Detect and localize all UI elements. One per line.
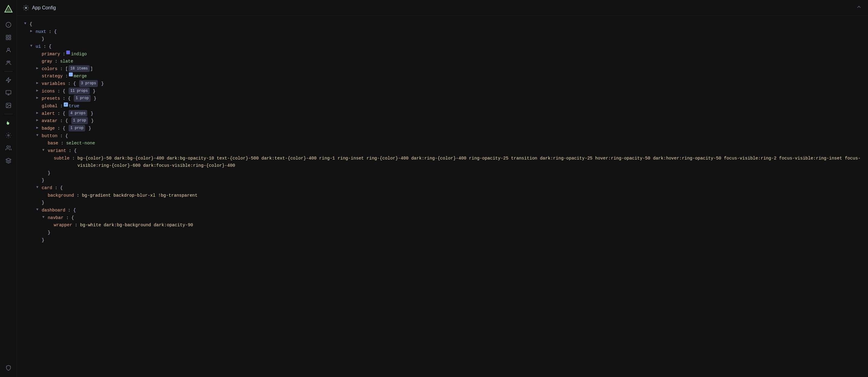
code-line-variables: variables : { 3 props } [24,80,861,88]
sidebar-item-fire[interactable] [3,117,14,128]
svg-point-11 [8,61,10,63]
arrow-badge[interactable] [36,125,40,131]
sidebar-item-widget[interactable] [3,155,14,166]
svg-rect-13 [6,91,11,94]
code-line-primary: primary : indigo [24,51,861,58]
logo [3,4,14,14]
svg-point-18 [7,135,9,136]
code-line-variant-close: } [24,169,861,177]
arrow-ui[interactable] [30,43,34,49]
code-line-icons: icons : { 11 props } [24,88,861,95]
global-checkbox: ✓ [64,102,68,107]
svg-point-17 [7,104,7,105]
code-line-button: button : { [24,132,861,140]
sidebar-item-lightning[interactable] [3,74,14,86]
sidebar-item-security[interactable] [3,363,14,373]
sidebar-item-users[interactable] [3,45,14,56]
sidebar-item-monitor[interactable] [3,87,14,98]
code-line-global: global : ✓ true [24,102,861,110]
code-line-alert: alert : { 4 props } [24,110,861,118]
arrow-icons[interactable] [36,88,40,94]
code-line-nuxt: nuxt : { [24,28,861,36]
code-line-button-close: } [24,177,861,184]
code-line-card-close: } [24,199,861,207]
close-button[interactable] [856,4,862,11]
arrow-avatar[interactable] [36,117,40,123]
badge-variables: 3 props [79,80,98,87]
code-line-presets: presets : { 1 prop } [24,95,861,102]
code-line-avatar: avatar : { 1 prop } [24,117,861,125]
gear-icon [23,5,29,11]
arrow-card[interactable] [36,184,40,190]
code-line-root: { [24,21,861,28]
badge-icons: 11 props [68,88,90,94]
svg-point-19 [7,146,9,148]
arrow-variant[interactable] [42,147,46,153]
svg-point-20 [25,7,27,8]
code-line-base: base : select-none [24,139,861,147]
sidebar-item-groups[interactable] [3,57,14,68]
badge-colors: 18 items [68,65,90,72]
sidebar [0,0,17,377]
sidebar-divider-1 [4,71,13,72]
code-line-strategy: strategy : merge [24,72,861,80]
svg-rect-5 [6,35,8,37]
strategy-swatch [69,72,73,76]
arrow-navbar[interactable] [42,214,46,220]
sidebar-item-info[interactable] [3,19,14,30]
code-line-colors: colors : [ 18 items ] [24,65,861,73]
arrow-variables[interactable] [36,80,40,86]
badge-avatar: 1 prop [71,117,88,124]
code-viewer[interactable]: { nuxt : { } ui : { primary : indigo [17,16,868,377]
svg-rect-6 [9,35,10,37]
arrow-colors[interactable] [36,65,40,71]
code-line-ui: ui : { [24,43,861,51]
code-line-dashboard-close: } [24,237,861,244]
header-left: App Config [23,5,56,11]
code-line-navbar: navbar : { [24,214,861,222]
svg-rect-8 [9,38,10,40]
arrow-dashboard[interactable] [36,207,40,213]
code-line-card: card : { [24,184,861,192]
main-area: App Config { nuxt : { } ui : { [17,0,868,377]
code-line-dashboard: dashboard : { [24,207,861,214]
code-line-variant: variant : { [24,147,861,155]
badge-alert: 4 props [68,110,87,117]
arrow-presets[interactable] [36,95,40,101]
code-line-nuxt-close: } [24,35,861,43]
code-line-wrapper: wrapper : bg-white dark:bg-background da… [24,221,861,229]
sidebar-item-images[interactable] [3,100,14,111]
svg-rect-7 [6,38,8,40]
code-line-subtle: subtle : bg-{color}-50 dark:bg-{color}-4… [24,155,861,169]
page-title: App Config [32,5,56,10]
badge-badge: 1 prop [68,125,85,131]
code-line-gray: gray : slate [24,58,861,65]
code-line-navbar-close: } [24,229,861,237]
header: App Config [17,0,868,16]
code-line-badge: badge : { 1 prop } [24,125,861,132]
arrow-root[interactable] [24,21,28,27]
svg-point-9 [7,48,9,50]
sidebar-divider-2 [4,114,13,114]
primary-swatch [66,51,70,54]
svg-marker-12 [6,77,10,83]
code-line-card-background: background : bg-gradient backdrop-blur-x… [24,192,861,199]
sidebar-item-dashboard[interactable] [3,32,14,43]
arrow-button[interactable] [36,132,40,138]
sidebar-item-team[interactable] [3,143,14,153]
sidebar-item-settings[interactable] [3,130,14,141]
arrow-alert[interactable] [36,110,40,116]
arrow-nuxt[interactable] [30,28,34,34]
badge-presets: 1 prop [74,95,90,101]
